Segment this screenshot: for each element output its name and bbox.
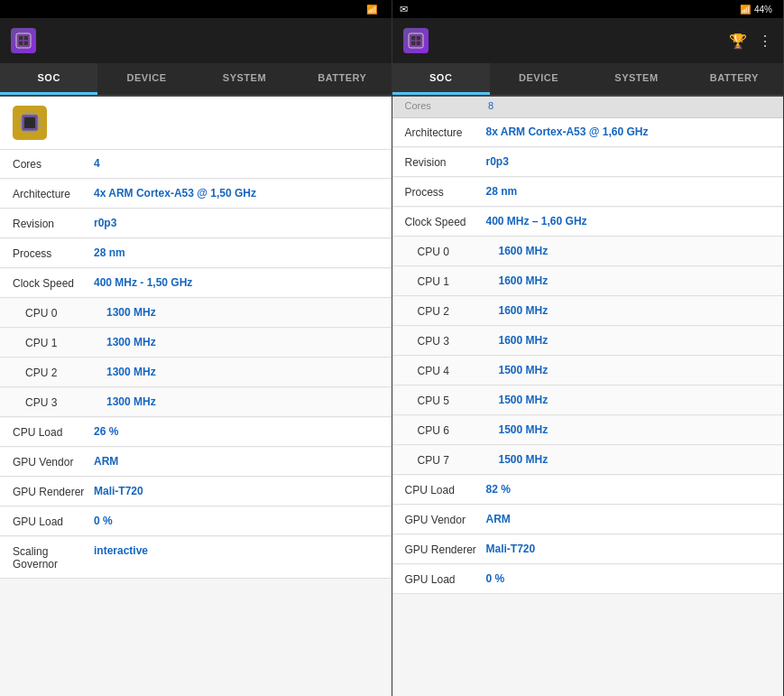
left-status-bar: 📶 [0, 0, 392, 18]
table-row: GPU VendorARM [0, 448, 392, 477]
right-status-right: 📶 44% [740, 5, 776, 14]
right-battery: 44% [754, 5, 772, 14]
right-trophy-icon[interactable]: 🏆 [729, 32, 747, 50]
table-row: GPU RendererMali-T720 [392, 535, 784, 564]
row-label: GPU Load [13, 515, 94, 528]
table-row: Process28 nm [392, 178, 784, 207]
row-label: GPU Renderer [405, 543, 486, 556]
row-label: CPU 4 [418, 364, 499, 377]
left-content-area: Cores4Architecture4x ARM Cortex-A53 @ 1,… [0, 97, 392, 696]
row-value: 1500 MHz [499, 394, 771, 406]
right-signal-icon: 📶 [740, 5, 751, 14]
row-value: 1300 MHz [106, 366, 379, 378]
table-row: Process28 nm [0, 239, 392, 268]
row-label: Cores [13, 157, 94, 171]
table-row: Architecture8x ARM Cortex-A53 @ 1,60 GHz [392, 118, 784, 147]
row-value: 4x ARM Cortex-A53 @ 1,50 GHz [94, 187, 379, 200]
row-value: r0p3 [94, 217, 379, 229]
row-value: 1600 MHz [499, 245, 771, 257]
right-tab-bar: SOC DEVICE SYSTEM BATTERY [392, 63, 784, 97]
row-label: CPU 6 [418, 423, 499, 437]
right-menu-icon[interactable]: ⋮ [758, 32, 772, 50]
svg-rect-5 [24, 117, 35, 128]
tab-battery-left[interactable]: BATTERY [293, 63, 391, 95]
tab-battery-right[interactable]: BATTERY [686, 63, 783, 95]
row-value: 82 % [486, 483, 771, 496]
tab-device-left[interactable]: DEVICE [97, 63, 195, 95]
table-row: Revisionr0p3 [0, 209, 392, 238]
row-label: CPU 3 [25, 395, 106, 409]
table-row: CPU Load26 % [0, 418, 392, 447]
tab-device-right[interactable]: DEVICE [490, 63, 587, 95]
row-label: Clock Speed [405, 215, 486, 228]
table-row: CPU 01600 MHz [392, 237, 784, 266]
row-value: 26 % [94, 425, 379, 438]
table-row: CPU 21300 MHz [0, 358, 392, 387]
row-value: Mali-T720 [94, 485, 379, 497]
row-value: 28 nm [94, 246, 379, 259]
row-label: Clock Speed [13, 276, 94, 290]
table-row: Cores4 [0, 150, 392, 179]
row-value: 8x ARM Cortex-A53 @ 1,60 GHz [486, 125, 771, 138]
row-label: GPU Load [405, 572, 486, 586]
table-row: CPU 41500 MHz [392, 357, 784, 385]
tab-system-right[interactable]: SYSTEM [587, 63, 685, 95]
table-row: GPU RendererMali-T720 [0, 478, 392, 506]
row-label: Architecture [13, 187, 94, 200]
row-value: ARM [486, 513, 771, 525]
row-value: 1600 MHz [499, 304, 771, 317]
row-value: interactive [94, 544, 379, 557]
right-header-icons: 🏆 ⋮ [729, 32, 772, 50]
row-label: GPU Vendor [405, 513, 486, 526]
row-label: CPU 1 [25, 336, 106, 349]
left-brand-header [0, 97, 392, 150]
row-label: GPU Renderer [13, 485, 94, 498]
row-value: 4 [94, 157, 379, 170]
right-info-table: Architecture8x ARM Cortex-A53 @ 1,60 GHz… [392, 118, 784, 594]
tab-system-left[interactable]: SYSTEM [196, 63, 293, 95]
row-value: r0p3 [486, 155, 771, 168]
table-row: GPU Load0 % [392, 565, 784, 594]
row-value: Mali-T720 [486, 543, 771, 555]
table-row: CPU 31300 MHz [0, 388, 392, 417]
row-value: 0 % [486, 572, 771, 585]
left-phone-panel: 📶 SOC DEVICE SYSTEM BATTERY [0, 0, 392, 696]
row-label: Process [13, 246, 94, 260]
table-row: GPU VendorARM [392, 506, 784, 534]
row-value: 1500 MHz [499, 423, 771, 436]
table-row: Revisionr0p3 [392, 148, 784, 177]
right-status-left: ✉ [400, 4, 408, 15]
tab-soc-right[interactable]: SOC [392, 63, 490, 95]
right-content-area: Cores 8 Architecture8x ARM Cortex-A53 @ … [392, 97, 784, 696]
row-label: CPU 1 [418, 274, 499, 288]
row-value: 400 MHz - 1,50 GHz [94, 276, 379, 289]
left-app-icon [11, 28, 36, 53]
left-signal-icon: 📶 [366, 5, 377, 14]
row-label: Scaling Governor [13, 544, 94, 571]
right-phone-panel: ✉ 📶 44% 🏆 ⋮ SOC DEVICE SYSTEM BATTERY [392, 0, 785, 696]
table-row: CPU 51500 MHz [392, 386, 784, 415]
row-value: 1500 MHz [499, 364, 771, 376]
row-label: GPU Vendor [13, 455, 94, 469]
table-row: CPU 61500 MHz [392, 416, 784, 445]
left-app-header [0, 18, 392, 63]
table-row: Clock Speed400 MHz - 1,50 GHz [0, 269, 392, 298]
row-label: CPU 7 [418, 453, 499, 467]
right-scrolled-indicator: Cores 8 [392, 97, 784, 118]
row-label: Process [405, 185, 486, 199]
table-row: CPU Load82 % [392, 476, 784, 505]
table-row: CPU 11600 MHz [392, 267, 784, 296]
row-label: CPU 0 [418, 245, 499, 258]
right-status-bar: ✉ 📶 44% [392, 0, 784, 18]
row-label: CPU Load [13, 425, 94, 439]
row-label: Architecture [405, 125, 486, 139]
table-row: CPU 31600 MHz [392, 327, 784, 356]
row-value: 1300 MHz [106, 336, 379, 348]
row-label: CPU 2 [418, 304, 499, 318]
table-row: CPU 71500 MHz [392, 446, 784, 475]
tab-soc-left[interactable]: SOC [0, 63, 97, 95]
row-value: 1600 MHz [499, 274, 771, 287]
row-value: 1500 MHz [499, 453, 771, 466]
left-info-table: Cores4Architecture4x ARM Cortex-A53 @ 1,… [0, 150, 392, 579]
right-app-header: 🏆 ⋮ [392, 18, 784, 63]
